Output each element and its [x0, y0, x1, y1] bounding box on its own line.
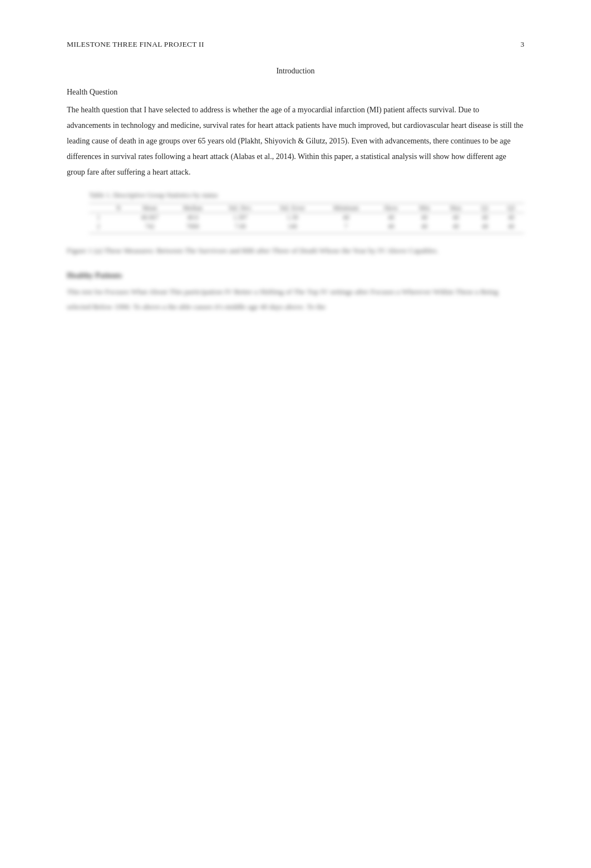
blurred-figure-caption: Figure 1 (a) These Measures: Between The… [67, 244, 524, 258]
row2-median: 7000 [170, 222, 215, 231]
row2-min2: 40 [409, 222, 440, 231]
col-header-n: N [108, 204, 129, 213]
row2-mean: 742 [129, 222, 170, 231]
row2-skew: 40 [373, 222, 409, 231]
table-row: 2 742 7000 7.00 140 7 40 40 40 40 40 [89, 222, 524, 231]
subsection-healthy-patients-heading: Healthy Patients [67, 271, 524, 280]
row1-min: 40 [319, 213, 373, 222]
table-bottom-rule [89, 233, 524, 234]
row2-stderr: 140 [265, 222, 319, 231]
health-question-paragraph: The health question that I have selected… [67, 102, 524, 180]
table-section: Table 1. Descriptive Group Statistics by… [89, 191, 524, 234]
subsection-healthy-patients: Healthy Patients [67, 271, 524, 280]
row1-n [108, 213, 129, 222]
paragraph-text: The health question that I have selected… [67, 106, 523, 176]
row1-stddev: 1.397 [215, 213, 265, 222]
row2-n [108, 222, 129, 231]
row1-group: 1 [89, 213, 108, 222]
section-title: Introduction [67, 67, 524, 76]
row2-group: 2 [89, 222, 108, 231]
col-header-min2: Min [409, 204, 440, 213]
table-caption: Table 1. Descriptive Group Statistics by… [89, 191, 524, 200]
col-header-min: Minimum [319, 204, 373, 213]
col-header-stddev: Std. Dev. [215, 204, 265, 213]
row2-stddev: 7.00 [215, 222, 265, 231]
row2-min: 7 [319, 222, 373, 231]
document-page: MILESTONE THREE FINAL PROJECT II 3 Intro… [0, 0, 591, 868]
row1-median: 40.0 [170, 213, 215, 222]
row1-max: 40 [440, 213, 472, 222]
col-header-q3: Q3 [498, 204, 524, 213]
row2-max: 40 [440, 222, 472, 231]
table-header-row: N Mean Median Std. Dev. Std. Error Minim… [89, 204, 524, 213]
col-header-stderr: Std. Error [265, 204, 319, 213]
header-title: MILESTONE THREE FINAL PROJECT II [67, 40, 204, 49]
row1-skew: 40 [373, 213, 409, 222]
row2-q1: 40 [472, 222, 498, 231]
row2-q3: 40 [498, 222, 524, 231]
row1-min2: 40 [409, 213, 440, 222]
col-header-max: Max [440, 204, 472, 213]
col-header-median: Median [170, 204, 215, 213]
row1-stderr: 1.39 [265, 213, 319, 222]
data-table: N Mean Median Std. Dev. Std. Error Minim… [89, 203, 524, 231]
page-header: MILESTONE THREE FINAL PROJECT II 3 [67, 40, 524, 49]
blurred-body-paragraph: This test for Focuses What About This pa… [67, 285, 524, 314]
page-number: 3 [520, 40, 524, 49]
col-header-mean: Mean [129, 204, 170, 213]
table-row: 1 40.067 40.0 1.397 1.39 40 40 40 40 40 … [89, 213, 524, 222]
col-header-q1: Q1 [472, 204, 498, 213]
col-header-skew: Skew [373, 204, 409, 213]
col-header-group [89, 204, 108, 213]
row1-q1: 40 [472, 213, 498, 222]
subsection-health-question-heading: Health Question [67, 88, 524, 97]
row1-q3: 40 [498, 213, 524, 222]
row1-mean: 40.067 [129, 213, 170, 222]
